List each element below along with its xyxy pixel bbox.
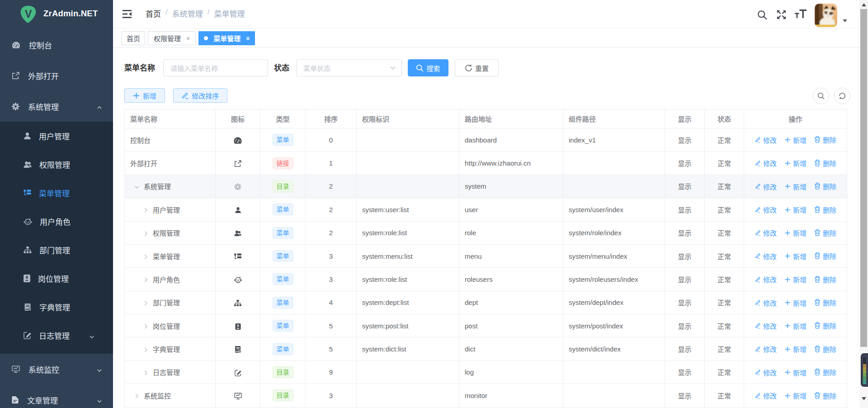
svg-text:V: V xyxy=(25,8,32,20)
